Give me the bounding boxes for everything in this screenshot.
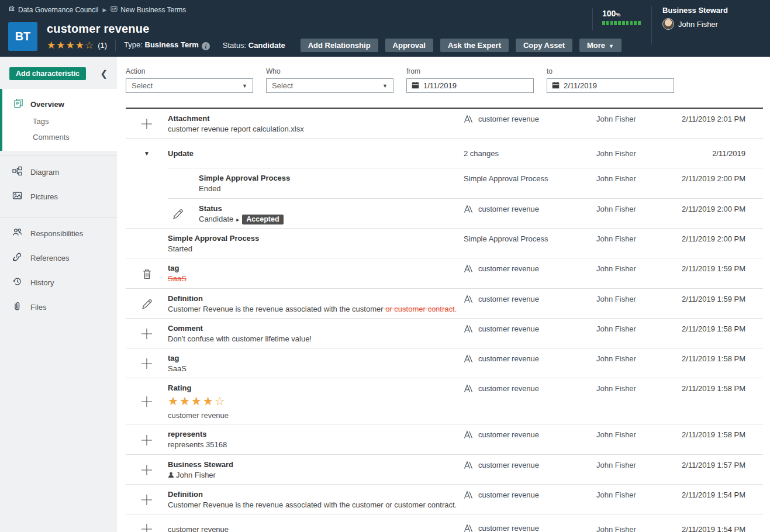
pencil-icon xyxy=(126,298,168,310)
who-filter-select[interactable]: Select ▼ xyxy=(266,78,393,93)
activity-title: Update xyxy=(168,149,464,158)
breadcrumb-label: New Business Terms xyxy=(120,6,186,14)
timestamp-cell: 2/11/2019 1:58 PM xyxy=(681,324,763,333)
copy-asset-button[interactable]: Copy Asset xyxy=(516,39,572,52)
user-cell: John Fisher xyxy=(596,461,681,469)
divider xyxy=(592,8,593,30)
activity-detail: Customer Revenue is the revenue associat… xyxy=(168,500,464,510)
timestamp-cell: 2/11/2019 1:58 PM xyxy=(681,430,763,439)
sidebar-item-diagram[interactable]: Diagram xyxy=(0,160,117,184)
divider xyxy=(115,40,116,51)
to-date-input[interactable]: 2/11/2019 xyxy=(547,78,674,93)
activity-title: Definition xyxy=(168,490,464,499)
business-term-icon xyxy=(464,295,474,306)
type-field: Type: Business Termi xyxy=(124,40,210,51)
info-icon[interactable]: i xyxy=(202,42,210,50)
business-term-icon xyxy=(464,430,474,441)
activity-detail: John Fisher xyxy=(168,471,464,480)
add-relationship-button[interactable]: Add Relationship xyxy=(301,39,378,52)
asset-link[interactable]: customer revenue xyxy=(478,490,539,499)
user-cell: John Fisher xyxy=(596,430,681,439)
user-cell: John Fisher xyxy=(596,205,681,213)
business-term-icon xyxy=(464,324,474,336)
activity-title: represents xyxy=(168,430,464,438)
overview-icon xyxy=(13,98,23,110)
breadcrumb-community[interactable]: Data Governance Council xyxy=(8,5,98,14)
timestamp-cell: 2/11/2019 1:59 PM xyxy=(681,264,763,273)
asset-cell: customer revenue xyxy=(464,524,596,532)
ask-the-expert-button[interactable]: Ask the Expert xyxy=(440,39,509,52)
business-term-icon xyxy=(464,354,474,365)
pencil-icon xyxy=(157,208,199,220)
chevron-down-icon: ▼ xyxy=(242,83,247,89)
asset-link[interactable]: 2 changes xyxy=(464,149,499,158)
activity-title: Status xyxy=(199,204,464,213)
activity-row: DefinitionCustomer Revenue is the revenu… xyxy=(126,485,763,514)
references-icon xyxy=(12,252,22,264)
asset-link[interactable]: customer revenue xyxy=(478,205,539,213)
sidebar-item-history[interactable]: History xyxy=(0,270,117,295)
calendar-icon xyxy=(412,81,419,91)
plus-icon xyxy=(126,522,168,532)
user-panel: 100% Business Steward John Fisher xyxy=(592,6,728,44)
activity-detail: customer revenue report calculation.xlsx xyxy=(168,125,464,134)
asset-link[interactable]: customer revenue xyxy=(478,115,539,123)
user-cell: John Fisher xyxy=(596,115,681,123)
timestamp-cell: 2/11/2019 xyxy=(681,149,763,158)
sidebar-item-comments[interactable]: Comments xyxy=(2,129,117,145)
activity-detail: SaaS xyxy=(168,364,464,374)
sidebar-item-label: Pictures xyxy=(30,192,58,201)
plus-icon xyxy=(126,493,168,507)
timestamp-cell: 2/11/2019 1:57 PM xyxy=(681,461,763,469)
asset-link[interactable]: customer revenue xyxy=(478,384,539,393)
action-filter-select[interactable]: Select ▼ xyxy=(126,78,253,93)
sidebar-item-label: History xyxy=(30,278,54,287)
sidebar: Add characteristic ❮ Overview Tags Comme… xyxy=(0,57,117,532)
user-cell: John Fisher xyxy=(596,234,681,243)
business-term-icon xyxy=(464,205,474,216)
asset-cell: customer revenue xyxy=(464,354,596,365)
approval-button[interactable]: Approval xyxy=(385,39,433,52)
asset-cell: customer revenue xyxy=(464,461,596,472)
user-cell: John Fisher xyxy=(596,174,681,183)
sidebar-item-tags[interactable]: Tags xyxy=(2,113,117,129)
asset-link[interactable]: customer revenue xyxy=(478,295,539,303)
asset-link[interactable]: customer revenue xyxy=(478,461,539,469)
activity-title: Comment xyxy=(168,324,464,333)
activity-row: Business StewardJohn Fishercustomer reve… xyxy=(126,455,763,484)
sidebar-item-overview[interactable]: Overview xyxy=(2,95,117,113)
timestamp-cell: 2/11/2019 2:00 PM xyxy=(681,205,763,213)
asset-link[interactable]: customer revenue xyxy=(478,354,539,363)
asset-cell: Simple Approval Process xyxy=(464,174,596,183)
plus-icon xyxy=(126,433,168,447)
asset-link[interactable]: Simple Approval Process xyxy=(464,174,548,183)
add-characteristic-button[interactable]: Add characteristic xyxy=(9,67,86,80)
asset-link[interactable]: customer revenue xyxy=(478,324,539,333)
sidebar-item-label: Files xyxy=(30,303,46,312)
timestamp-cell: 2/11/2019 2:00 PM xyxy=(681,234,763,243)
activity-row: Simple Approval ProcessStartedSimple App… xyxy=(126,229,763,258)
collapse-row-icon[interactable]: ▼ xyxy=(126,150,168,157)
from-date-label: from xyxy=(406,67,534,75)
rating-stars[interactable]: ★★★★☆ xyxy=(47,40,94,50)
asset-link[interactable]: customer revenue xyxy=(478,430,539,439)
asset-cell: 2 changes xyxy=(464,149,596,158)
business-term-icon xyxy=(464,461,474,472)
activity-detail-secondary: customer revenue xyxy=(168,411,464,420)
breadcrumb-domain[interactable]: New Business Terms xyxy=(111,5,186,14)
sidebar-item-files[interactable]: Files xyxy=(0,295,117,319)
steward-user-chip[interactable]: John Fisher xyxy=(662,18,728,30)
collapse-sidebar-icon[interactable]: ❮ xyxy=(100,67,108,80)
sidebar-item-responsibilities[interactable]: Responsibilities xyxy=(0,221,117,246)
asset-link[interactable]: customer revenue xyxy=(478,264,539,273)
asset-cell: Simple Approval Process xyxy=(464,234,596,243)
asset-link[interactable]: Simple Approval Process xyxy=(464,234,548,243)
breadcrumb-separator-icon: ▶ xyxy=(102,7,106,13)
from-date-input[interactable]: 1/11/2019 xyxy=(406,78,534,93)
timestamp-cell: 2/11/2019 1:54 PM xyxy=(681,490,763,499)
diagram-icon xyxy=(12,166,22,178)
asset-link[interactable]: customer revenue xyxy=(478,524,539,532)
sidebar-item-pictures[interactable]: Pictures xyxy=(0,184,117,209)
activity-filters: Action Select ▼ Who Select ▼ from xyxy=(126,67,763,93)
sidebar-item-references[interactable]: References xyxy=(0,246,117,270)
